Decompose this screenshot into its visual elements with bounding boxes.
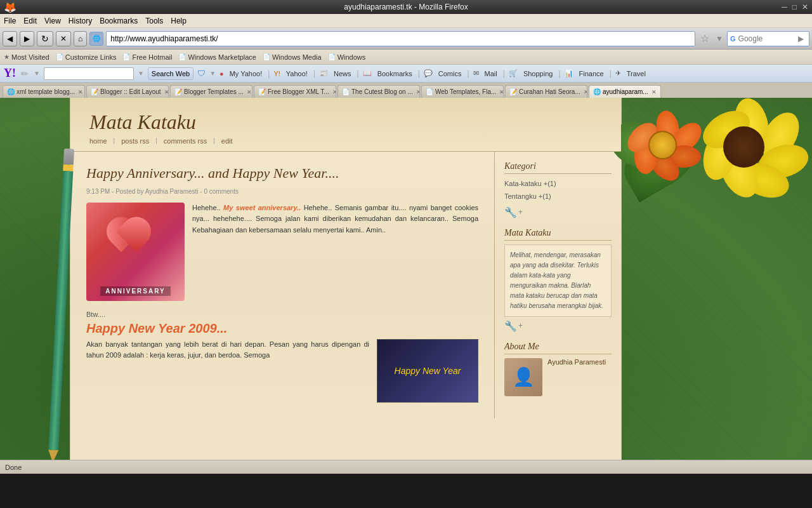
yahoo-bookmarks[interactable]: Bookmarks	[376, 70, 414, 77]
nav-bar: ◀ ▶ ↻ ✕ ⌂ 🌐 ☆ ▼ G ▶	[0, 28, 812, 50]
google-search-input[interactable]	[738, 34, 796, 43]
bookmark-windows[interactable]: 📄 Windows	[328, 53, 366, 61]
blog-nav-edit[interactable]: edit	[221, 137, 233, 145]
status-text: Done	[5, 464, 22, 471]
tab-favicon-cutest: 📄	[342, 88, 350, 95]
firefox-icon: 🦊	[4, 1, 16, 13]
yahoo-news[interactable]: News	[332, 70, 353, 77]
tab-close-cutest[interactable]: ✕	[416, 89, 420, 95]
blog-nav-home[interactable]: home	[89, 137, 107, 145]
menu-tools[interactable]: Tools	[145, 17, 163, 25]
most-visited-icon: ★	[4, 53, 10, 60]
yahoo-travel[interactable]: Travel	[625, 70, 648, 77]
tab-close-web-templates[interactable]: ✕	[499, 89, 504, 95]
tab-favicon-xml: 🌐	[7, 88, 15, 95]
windows-icon: 📄	[328, 53, 336, 60]
tab-curahan-hati[interactable]: 📝 Curahan Hati Seora... ✕	[505, 85, 587, 98]
tab-ayudhia-active[interactable]: 🌐 ayudhiaparam... ✕	[589, 85, 661, 98]
wrench2-icon: 🔧	[504, 320, 517, 332]
bookmark-windows-marketplace[interactable]: 📄 Windows Marketplace	[178, 53, 256, 61]
menu-edit[interactable]: Edit	[23, 17, 37, 25]
yahoo-mail[interactable]: Mail	[483, 70, 499, 77]
yahoo-finance[interactable]: Finance	[577, 70, 606, 77]
bookmark-customize-links[interactable]: 📄 Customize Links	[56, 53, 117, 61]
bookmarks-icon: 📖	[363, 69, 372, 77]
new-year-image: Happy New Year	[377, 339, 478, 403]
tab-blogger-edit-layout[interactable]: 📝 Blogger :: Edit Layout ✕	[86, 85, 169, 98]
tab-favicon-blogger: 📝	[91, 88, 98, 95]
yahoo-comics[interactable]: Comics	[436, 70, 464, 77]
search-web-button[interactable]: Search Web	[148, 67, 193, 80]
tab-close-xml[interactable]: ✕	[78, 89, 83, 95]
sidebar-about-title: About Me	[504, 342, 612, 354]
forward-button[interactable]: ▶	[20, 31, 34, 46]
address-input[interactable]	[106, 31, 695, 46]
bookmark-windows-media[interactable]: 📄 Windows Media	[263, 53, 322, 61]
tab-favicon-free-xml: 📝	[258, 88, 266, 95]
post-title: Happy Anniversary... and Happy New Year.…	[86, 164, 478, 183]
yahoo-my-yahoo[interactable]: My Yahoo!	[228, 70, 265, 77]
search-submit[interactable]: ▶	[798, 34, 804, 43]
blog-title: Mata Kataku	[89, 110, 602, 134]
sweet-anniversary-text: My sweet anniversary..	[223, 204, 301, 211]
yahoo-search-input[interactable]	[44, 70, 133, 77]
bookmark-free-hotmail[interactable]: 📄 Free Hotmail	[122, 53, 172, 61]
stop-button[interactable]: ✕	[56, 31, 71, 46]
shield-dropdown[interactable]: ▼	[209, 70, 216, 77]
new-year-row: Akan banyak tantangan yang lebih berat d…	[86, 339, 478, 403]
hotmail-icon: 📄	[122, 53, 130, 60]
bookmark-most-visited[interactable]: ★ Most Visited	[4, 53, 49, 61]
my-yahoo-icon: ●	[219, 70, 224, 77]
maximize-btn[interactable]: □	[792, 3, 797, 11]
tab-free-blogger-xml[interactable]: 📝 Free Blogger XML T... ✕	[254, 85, 336, 98]
yahoo-y-icon: Y!	[273, 70, 280, 77]
mail-icon: ✉	[473, 69, 479, 77]
menu-help[interactable]: Help	[171, 17, 187, 25]
menu-bar: File Edit View History Bookmarks Tools H…	[0, 14, 812, 28]
news-icon: 📰	[319, 69, 328, 77]
history-dropdown[interactable]: ▼	[714, 34, 724, 43]
about-name-label: Ayudhia Paramesti	[547, 358, 606, 366]
yahoo-shopping[interactable]: Shopping	[521, 70, 555, 77]
blog-header: Mata Kataku home | posts rss | comments …	[70, 98, 621, 152]
google-icon: G	[730, 35, 736, 43]
menu-bookmarks[interactable]: Bookmarks	[100, 17, 138, 25]
add-widget2-btn[interactable]: +	[518, 321, 523, 330]
marketplace-icon: 📄	[178, 53, 186, 60]
blog-navigation: home | posts rss | comments rss | edit	[89, 137, 602, 145]
tab-web-templates[interactable]: 📄 Web Templates, Fla... ✕	[421, 85, 504, 98]
tab-close-blogger[interactable]: ✕	[164, 89, 169, 95]
tab-cutest-blog[interactable]: 📄 The Cutest Blog on ... ✕	[337, 85, 420, 98]
tab-close-curahan[interactable]: ✕	[584, 89, 587, 95]
yahoo-edit-icon[interactable]: ✏	[21, 69, 29, 79]
tab-close-free-xml[interactable]: ✕	[332, 89, 336, 95]
blog-nav-comments-rss[interactable]: comments rss	[164, 137, 207, 145]
menu-view[interactable]: View	[44, 17, 61, 25]
add-widget-btn[interactable]: +	[518, 208, 523, 217]
about-content: 👤 Ayudhia Paramesti	[504, 358, 612, 399]
yahoo-search-dropdown[interactable]: ▼	[138, 70, 144, 77]
home-button[interactable]: ⌂	[74, 31, 87, 46]
menu-file[interactable]: File	[4, 17, 16, 25]
back-button[interactable]: ◀	[3, 31, 17, 46]
close-btn[interactable]: ✕	[802, 3, 808, 11]
menu-history[interactable]: History	[69, 17, 92, 25]
tab-xml-template[interactable]: 🌐 xml template blogg... ✕	[3, 85, 85, 98]
blog-nav-posts-rss[interactable]: posts rss	[121, 137, 149, 145]
bookmark-star-icon[interactable]: ☆	[698, 32, 712, 44]
new-year-title: Happy New Year 2009...	[86, 321, 478, 336]
new-year-text: Akan banyak tantangan yang lebih berat d…	[86, 339, 369, 403]
sidebar-mata-kataku-text: Melihat, mendengar, merasakan apa yang a…	[504, 244, 612, 317]
tab-close-ayudhia[interactable]: ✕	[652, 89, 657, 95]
yahoo-dropdown[interactable]: ▼	[34, 70, 40, 77]
comics-icon: 💬	[424, 69, 433, 77]
tab-close-templates[interactable]: ✕	[247, 89, 252, 95]
tab-blogger-templates[interactable]: 📝 Blogger Templates ... ✕	[170, 85, 252, 98]
post-meta: 9:13 PM - Posted by Ayudhia Paramesti - …	[86, 188, 478, 195]
reload-button[interactable]: ↻	[37, 31, 53, 46]
sidebar-mata-kataku-tools: 🔧 +	[504, 320, 612, 332]
minimize-btn[interactable]: ─	[782, 3, 787, 11]
post-image-anniversary: ANNIVERSARY	[86, 203, 185, 301]
yahoo-yahoo[interactable]: Yahoo!	[284, 70, 310, 77]
btw-label: Btw....	[86, 311, 478, 318]
